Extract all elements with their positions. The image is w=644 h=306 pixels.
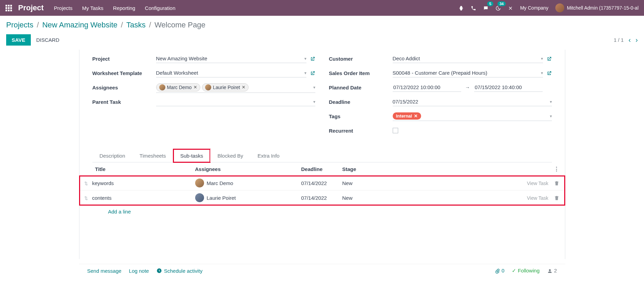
assignee-tag[interactable]: Marc Demo✕	[156, 83, 200, 91]
nav-configuration[interactable]: Configuration	[145, 5, 175, 11]
tab-extrainfo[interactable]: Extra Info	[250, 149, 287, 162]
view-task-link[interactable]: View Task	[527, 195, 548, 201]
attachments-link[interactable]: 0	[495, 268, 505, 274]
pager-next-icon[interactable]: ›	[635, 36, 638, 44]
tags-field[interactable]: Internal✕ ▾	[393, 111, 552, 121]
label-parent: Parent Task	[92, 99, 156, 105]
remove-tag-icon[interactable]: ✕	[242, 85, 245, 90]
form-sheet: Project New Amazing Website▾ Worksheet T…	[79, 50, 565, 259]
app-brand[interactable]: Project	[18, 3, 44, 12]
breadcrumb-tasks[interactable]: Tasks	[126, 21, 146, 29]
nav-projects[interactable]: Projects	[54, 5, 73, 11]
sales-order-item-field[interactable]: S00048 - Customer Care (Prepaid Hours)▾	[393, 69, 543, 77]
caret-down-icon: ▾	[541, 56, 543, 61]
tools-icon[interactable]	[508, 5, 513, 11]
remove-tag-icon[interactable]: ✕	[414, 113, 418, 119]
subtasks-table: Title Assignees Deadline Stage ⋮ ⇅ keywo…	[79, 162, 565, 205]
form-right-column: Customer Deco Addict▾ Sales Order Item S…	[329, 53, 552, 139]
following-button[interactable]: ✓ Following	[512, 268, 540, 274]
remove-tag-icon[interactable]: ✕	[193, 85, 197, 90]
tag-pill[interactable]: Internal✕	[393, 112, 421, 120]
planned-to-field[interactable]: 07/15/2022 10:40:00	[474, 83, 543, 92]
save-button[interactable]: SAVE	[6, 34, 31, 46]
subtask-assignee: Marc Demo	[207, 180, 233, 186]
followers-count[interactable]: 2	[547, 268, 557, 274]
subtask-title[interactable]: contents	[92, 195, 112, 201]
chat-icon[interactable]: 5	[483, 5, 489, 11]
bug-icon[interactable]	[458, 5, 464, 11]
external-link-icon[interactable]	[310, 70, 315, 76]
activity-badge: 34	[497, 1, 506, 6]
breadcrumb-project[interactable]: New Amazing Website	[42, 21, 117, 29]
add-line-link[interactable]: Add a line	[92, 205, 552, 218]
pager-count: 1 / 1	[614, 37, 623, 43]
breadcrumb: Projects / New Amazing Website / Tasks /…	[0, 16, 644, 32]
table-row[interactable]: ⇅ contents Laurie Poiret 07/14/2022 New …	[79, 191, 565, 205]
assignees-field[interactable]: Marc Demo✕ Laurie Poiret✕ ▾	[156, 82, 315, 93]
main-navbar: Project Projects My Tasks Reporting Conf…	[0, 0, 644, 16]
customer-field[interactable]: Deco Addict▾	[393, 54, 543, 63]
col-deadline: Deadline	[299, 162, 340, 176]
tab-description[interactable]: Description	[92, 149, 132, 162]
trash-icon[interactable]	[554, 195, 559, 200]
recurrent-checkbox[interactable]	[393, 128, 398, 133]
chatter-bar: Send message Log note Schedule activity …	[79, 264, 565, 277]
notebook-tabs: Description Timesheets Sub-tasks Blocked…	[92, 149, 552, 162]
assignee-tag[interactable]: Laurie Poiret✕	[202, 83, 249, 91]
apps-icon[interactable]	[5, 5, 12, 11]
caret-down-icon: ▾	[313, 85, 315, 90]
send-message-link[interactable]: Send message	[87, 268, 122, 274]
company-switcher[interactable]: My Company	[520, 5, 548, 11]
tab-timesheets[interactable]: Timesheets	[132, 149, 173, 162]
caret-down-icon: ▾	[550, 99, 552, 104]
parent-task-field[interactable]: ▾	[156, 97, 315, 106]
pager-prev-icon[interactable]: ‹	[629, 36, 631, 44]
subtask-assignee: Laurie Poiret	[207, 195, 236, 201]
caret-down-icon: ▾	[550, 114, 552, 119]
planned-from-field[interactable]: 07/12/2022 10:00:00	[393, 83, 461, 92]
external-link-icon[interactable]	[310, 56, 315, 61]
label-soitem: Sales Order Item	[329, 70, 393, 76]
subtask-deadline: 07/14/2022	[299, 176, 340, 191]
label-planned: Planned Date	[329, 85, 393, 90]
form-actions: SAVE DISCARD 1 / 1 ‹ ›	[0, 32, 644, 50]
nav-mytasks[interactable]: My Tasks	[82, 5, 103, 11]
subtask-title[interactable]: keywords	[92, 180, 114, 186]
label-deadline: Deadline	[329, 99, 393, 105]
deadline-field[interactable]: 07/15/2022▾	[393, 97, 552, 106]
label-assignees: Assignees	[92, 85, 156, 90]
col-stage: Stage	[340, 162, 514, 176]
breadcrumb-projects[interactable]: Projects	[6, 21, 33, 29]
view-task-link[interactable]: View Task	[527, 181, 548, 186]
drag-handle-icon[interactable]: ⇅	[84, 181, 88, 186]
table-row[interactable]: ⇅ keywords Marc Demo 07/14/2022 New View…	[79, 176, 565, 191]
kebab-icon[interactable]: ⋮	[554, 166, 559, 172]
navbar-right: 5 34 My Company Mitchell Admin (17357797…	[458, 3, 639, 12]
label-worksheet: Worksheet Template	[92, 70, 156, 76]
caret-down-icon: ▾	[304, 71, 306, 75]
subtask-stage: New	[340, 191, 514, 205]
avatar-icon	[205, 84, 211, 90]
avatar-icon	[159, 84, 165, 90]
tab-subtasks[interactable]: Sub-tasks	[173, 149, 211, 162]
external-link-icon[interactable]	[546, 56, 552, 61]
external-link-icon[interactable]	[546, 70, 552, 76]
schedule-activity-link[interactable]: Schedule activity	[156, 268, 203, 274]
nav-reporting[interactable]: Reporting	[113, 5, 135, 11]
user-menu[interactable]: Mitchell Admin (17357797-15-0-al	[555, 3, 639, 12]
label-recurrent: Recurrent	[329, 128, 393, 134]
phone-icon[interactable]	[471, 5, 476, 11]
activity-icon[interactable]: 34	[495, 5, 501, 11]
log-note-link[interactable]: Log note	[129, 268, 149, 274]
trash-icon[interactable]	[554, 180, 559, 186]
user-avatar-icon	[555, 3, 564, 12]
form-left-column: Project New Amazing Website▾ Worksheet T…	[92, 53, 315, 139]
discard-button[interactable]: DISCARD	[36, 37, 60, 43]
tab-blockedby[interactable]: Blocked By	[210, 149, 250, 162]
project-field[interactable]: New Amazing Website▾	[156, 54, 306, 63]
label-project: Project	[92, 56, 156, 62]
main-nav: Projects My Tasks Reporting Configuratio…	[54, 5, 176, 11]
drag-handle-icon[interactable]: ⇅	[84, 196, 88, 201]
worksheet-field[interactable]: Default Worksheet▾	[156, 69, 306, 77]
breadcrumb-current: Welcome Page	[154, 21, 205, 29]
